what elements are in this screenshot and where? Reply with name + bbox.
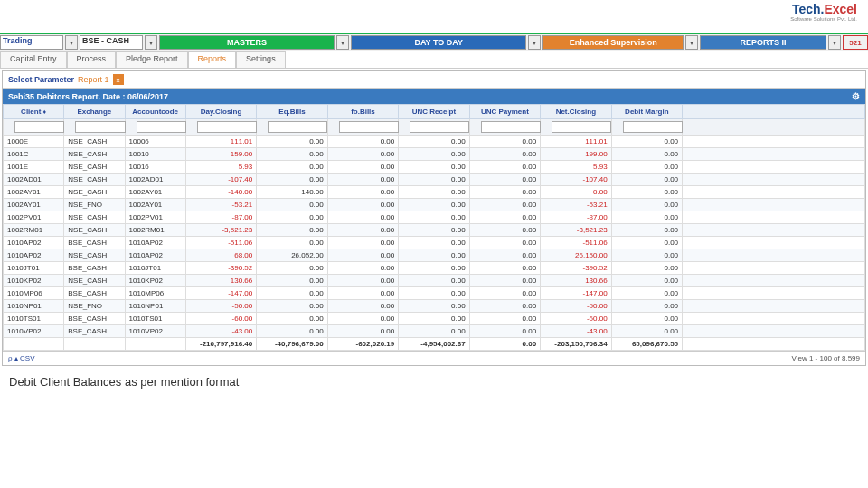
report-title-bar: Sebi35 Debitors Report. Date : 06/06/201… xyxy=(3,89,865,104)
close-icon[interactable]: x xyxy=(113,74,124,85)
masters-menu[interactable]: MASTERS xyxy=(159,35,335,50)
cell-dayclosing: -3,521.23 xyxy=(185,224,256,237)
cell-debitmargin: 0.00 xyxy=(611,199,682,211)
cell-client: 1002AY01 xyxy=(4,186,64,199)
brand-b: Excel xyxy=(824,2,857,16)
cell-netclosing: -43.00 xyxy=(541,325,611,338)
table-row[interactable]: 1010MP06BSE_CASH1010MP06-147.000.000.000… xyxy=(4,287,865,300)
filter-dayclosing[interactable] xyxy=(197,121,257,133)
table-row[interactable]: 1010VP02BSE_CASH1010VP02-43.000.000.000.… xyxy=(4,325,865,338)
tab-reports[interactable]: Reports xyxy=(188,51,237,68)
filter-uncpayment[interactable] xyxy=(481,121,541,133)
cell-uncreceipt: 0.00 xyxy=(399,300,469,313)
chevron-down-icon[interactable]: ▾ xyxy=(528,35,541,50)
cell-fobills: 0.00 xyxy=(327,237,398,249)
table-row[interactable]: 1002AY01NSE_CASH1002AY01-140.00140.000.0… xyxy=(4,186,865,199)
col-account[interactable]: Accountcode xyxy=(125,105,185,119)
enhanced-menu[interactable]: Enhanced Supervision xyxy=(542,35,684,50)
tab-pledge-report[interactable]: Pledge Report xyxy=(116,51,188,68)
cell-exchange: NSE_FNO xyxy=(64,300,125,313)
cell-netclosing: -511.06 xyxy=(541,237,611,249)
table-row[interactable]: 1010AP02BSE_CASH1010AP02-511.060.000.000… xyxy=(4,237,865,249)
table-row[interactable]: 1001ENSE_CASH100165.930.000.000.000.005.… xyxy=(4,161,865,174)
filter-client[interactable] xyxy=(14,121,64,133)
exchange-select[interactable]: BSE - CASH xyxy=(80,35,143,50)
tab-settings[interactable]: Settings xyxy=(236,51,286,68)
gear-icon[interactable]: ⚙ xyxy=(852,91,860,101)
cell-uncpayment: 0.00 xyxy=(469,313,540,325)
table-row[interactable]: 1002RM01NSE_CASH1002RM01-3,521.230.000.0… xyxy=(4,224,865,237)
cell-spacer xyxy=(683,275,865,287)
tab-capital-entry[interactable]: Capital Entry xyxy=(0,51,67,68)
cell-eqbills: 0.00 xyxy=(257,275,327,287)
cell-eqbills: 0.00 xyxy=(257,313,327,325)
cell-uncreceipt: 0.00 xyxy=(399,136,469,148)
table-row[interactable]: 1002AD01NSE_CASH1002AD01-107.400.000.000… xyxy=(4,174,865,186)
filter-account[interactable] xyxy=(137,121,186,133)
cell-spacer xyxy=(683,174,865,186)
tab-process[interactable]: Process xyxy=(67,51,117,68)
cell-account: 1010VP02 xyxy=(125,325,185,338)
filter-netclosing[interactable] xyxy=(552,121,611,133)
chevron-down-icon[interactable]: ▾ xyxy=(685,35,698,50)
reports-menu[interactable]: REPORTS II xyxy=(700,35,826,50)
col-netclosing[interactable]: Net.Closing xyxy=(541,105,611,119)
table-row[interactable]: 1010TS01BSE_CASH1010TS01-60.000.000.000.… xyxy=(4,313,865,325)
filter-fobills[interactable] xyxy=(339,121,399,133)
col-fobills[interactable]: fo.Bills xyxy=(327,105,398,119)
chevron-down-icon[interactable]: ▾ xyxy=(65,35,78,50)
cell-account: 1002AD01 xyxy=(125,174,185,186)
cell-account: 1010AP02 xyxy=(125,249,185,262)
total-debitmargin: 65,096,670.55 xyxy=(611,338,682,351)
filter-exchange[interactable] xyxy=(75,121,125,133)
total-uncpayment: 0.00 xyxy=(469,338,540,351)
sort-icon[interactable]: ♦ xyxy=(43,108,47,115)
chevron-down-icon[interactable]: ▾ xyxy=(145,35,157,50)
trading-select[interactable]: Trading xyxy=(0,35,63,50)
table-row[interactable]: 1010NP01NSE_FNO1010NP01-50.000.000.000.0… xyxy=(4,300,865,313)
table-row[interactable]: 1002AY01NSE_FNO1002AY01-53.210.000.000.0… xyxy=(4,199,865,211)
table-row[interactable]: 1002PV01NSE_CASH1002PV01-87.000.000.000.… xyxy=(4,211,865,224)
total-netclosing: -203,150,706.34 xyxy=(541,338,611,351)
daytoday-menu[interactable]: DAY TO DAY xyxy=(351,35,526,50)
cell-dayclosing: 130.66 xyxy=(185,275,256,287)
col-exchange[interactable]: Exchange xyxy=(64,105,125,119)
cell-client: 1010AP02 xyxy=(4,249,64,262)
cell-client: 1010KP02 xyxy=(4,275,64,287)
col-client[interactable]: Client ♦ xyxy=(4,105,64,119)
cell-netclosing: 5.93 xyxy=(541,161,611,174)
param-value[interactable]: Report 1 xyxy=(78,75,109,84)
chevron-down-icon[interactable]: ▾ xyxy=(336,35,349,50)
filter-eqbills[interactable] xyxy=(268,121,327,133)
cell-fobills: 0.00 xyxy=(327,275,398,287)
total-uncreceipt: -4,954,002.67 xyxy=(399,338,469,351)
cell-exchange: BSE_CASH xyxy=(64,287,125,300)
cell-account: 1002AY01 xyxy=(125,199,185,211)
cell-uncpayment: 0.00 xyxy=(469,287,540,300)
col-uncreceipt[interactable]: UNC Receipt xyxy=(399,105,469,119)
cell-debitmargin: 0.00 xyxy=(611,313,682,325)
cell-account: 10016 xyxy=(125,161,185,174)
col-dayclosing[interactable]: Day.Closing xyxy=(185,105,256,119)
cell-dayclosing: -53.21 xyxy=(185,199,256,211)
filter-debitmargin[interactable] xyxy=(623,121,683,133)
count-badge: 521 xyxy=(843,35,868,50)
cell-exchange: NSE_CASH xyxy=(64,136,125,148)
table-row[interactable]: 1010KP02NSE_CASH1010KP02130.660.000.000.… xyxy=(4,275,865,287)
cell-netclosing: -53.21 xyxy=(541,199,611,211)
cell-debitmargin: 0.00 xyxy=(611,262,682,275)
col-uncpayment[interactable]: UNC Payment xyxy=(469,105,540,119)
table-row[interactable]: 1001CNSE_CASH10010-159.000.000.000.000.0… xyxy=(4,148,865,161)
cell-eqbills: 0.00 xyxy=(257,237,327,249)
table-row[interactable]: 1000ENSE_CASH10006111.010.000.000.000.00… xyxy=(4,136,865,148)
col-debitmargin[interactable]: Debit Margin xyxy=(611,105,682,119)
page-caption: Debit Client Balances as per mention for… xyxy=(0,368,868,396)
col-eqbills[interactable]: Eq.Bills xyxy=(257,105,327,119)
export-csv[interactable]: ρ ▴ CSV xyxy=(8,354,34,362)
filter-uncreceipt[interactable] xyxy=(410,121,469,133)
table-row[interactable]: 1010JT01BSE_CASH1010JT01-390.520.000.000… xyxy=(4,262,865,275)
table-row[interactable]: 1010AP02NSE_CASH1010AP0268.0026,052.000.… xyxy=(4,249,865,262)
cell-debitmargin: 0.00 xyxy=(611,275,682,287)
chevron-down-icon[interactable]: ▾ xyxy=(828,35,841,50)
cell-uncreceipt: 0.00 xyxy=(399,161,469,174)
